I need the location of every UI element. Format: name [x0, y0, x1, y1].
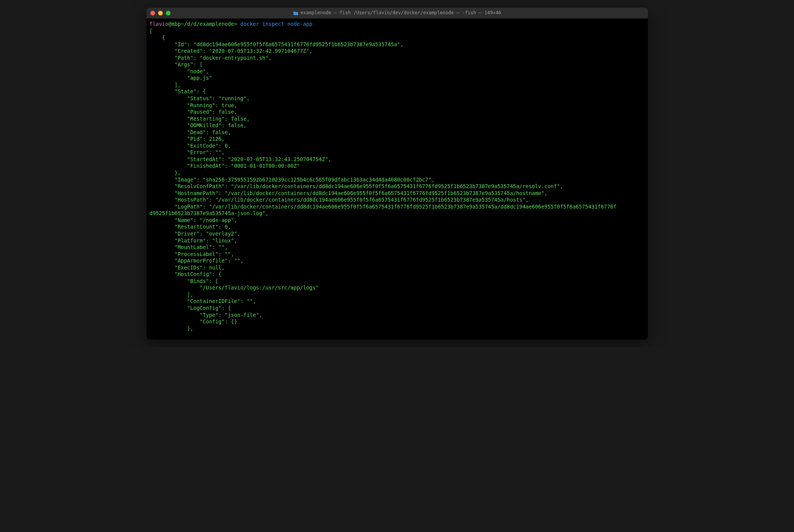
terminal-window: examplenode — fish /Users/flavio/dev/doc… [147, 8, 648, 340]
command-text: docker inspect node-app [240, 21, 312, 27]
maximize-button[interactable] [166, 11, 170, 15]
prompt-path: ~/d/d/examplenode [181, 21, 234, 27]
traffic-lights [150, 11, 170, 15]
command-output: [ { "Id": "dd8dc194ae606e955f0f5f6a65754… [150, 28, 617, 332]
minimize-button[interactable] [158, 11, 163, 15]
prompt-host: mbp [171, 21, 180, 27]
window-title-text: examplenode — fish /Users/flavio/dev/doc… [300, 10, 501, 16]
close-button[interactable] [150, 11, 155, 15]
titlebar: examplenode — fish /Users/flavio/dev/doc… [147, 8, 648, 19]
prompt-arrow: > [234, 21, 237, 27]
prompt-user: flavio [150, 21, 169, 27]
folder-icon [293, 11, 298, 15]
window-title: examplenode — fish /Users/flavio/dev/doc… [293, 10, 501, 16]
terminal-body[interactable]: flavio@mbp~/d/d/examplenode> docker insp… [147, 19, 648, 340]
